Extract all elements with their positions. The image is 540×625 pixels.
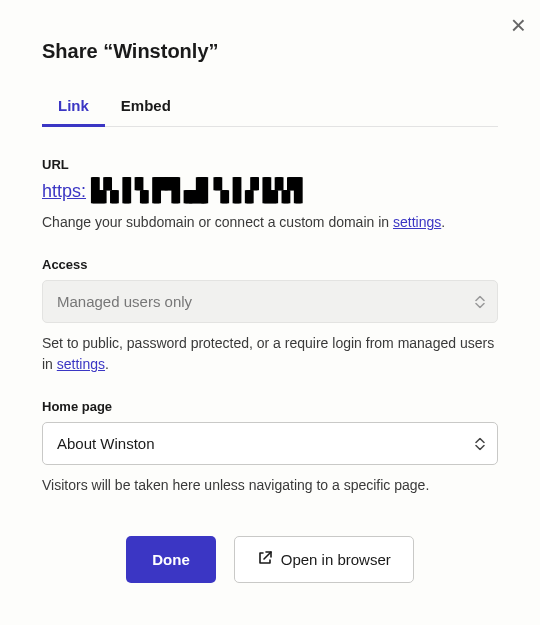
select-chevrons-icon [475, 295, 485, 308]
open-in-browser-label: Open in browser [281, 551, 391, 568]
open-in-browser-button[interactable]: Open in browser [234, 536, 414, 583]
done-button[interactable]: Done [126, 536, 216, 583]
url-helper-post: . [441, 214, 445, 230]
access-label: Access [42, 257, 498, 272]
open-external-icon [257, 550, 273, 569]
url-label: URL [42, 157, 498, 172]
dialog-footer: Done Open in browser [42, 536, 498, 583]
close-button[interactable]: × [511, 12, 526, 38]
home-label: Home page [42, 399, 498, 414]
tab-link[interactable]: Link [42, 89, 105, 126]
home-page-select[interactable]: About Winston [42, 422, 498, 465]
share-dialog: Share “Winstonly” Link Embed URL https: … [0, 0, 540, 613]
url-helper-pre: Change your subdomain or connect a custo… [42, 214, 393, 230]
access-helper: Set to public, password protected, or a … [42, 333, 498, 375]
home-helper: Visitors will be taken here unless navig… [42, 475, 498, 496]
select-chevrons-icon [475, 437, 485, 450]
access-select: Managed users only [42, 280, 498, 323]
tab-embed[interactable]: Embed [105, 89, 187, 126]
url-settings-link[interactable]: settings [393, 214, 441, 230]
access-value: Managed users only [57, 293, 192, 310]
access-helper-pre: Set to public, password protected, or a … [42, 335, 494, 372]
url-redacted: ▙▚▐▝▖▛▜▗▟▍▚▐▗▘▙▚▜ [92, 180, 300, 202]
access-settings-link[interactable]: settings [57, 356, 105, 372]
home-page-value: About Winston [57, 435, 155, 452]
dialog-title: Share “Winstonly” [42, 40, 498, 63]
close-icon: × [511, 10, 526, 40]
url-row: https: ▙▚▐▝▖▛▜▗▟▍▚▐▗▘▙▚▜ [42, 180, 498, 202]
access-helper-post: . [105, 356, 109, 372]
url-helper: Change your subdomain or connect a custo… [42, 212, 498, 233]
url-link[interactable]: https: [42, 181, 86, 202]
tabs: Link Embed [42, 89, 498, 127]
